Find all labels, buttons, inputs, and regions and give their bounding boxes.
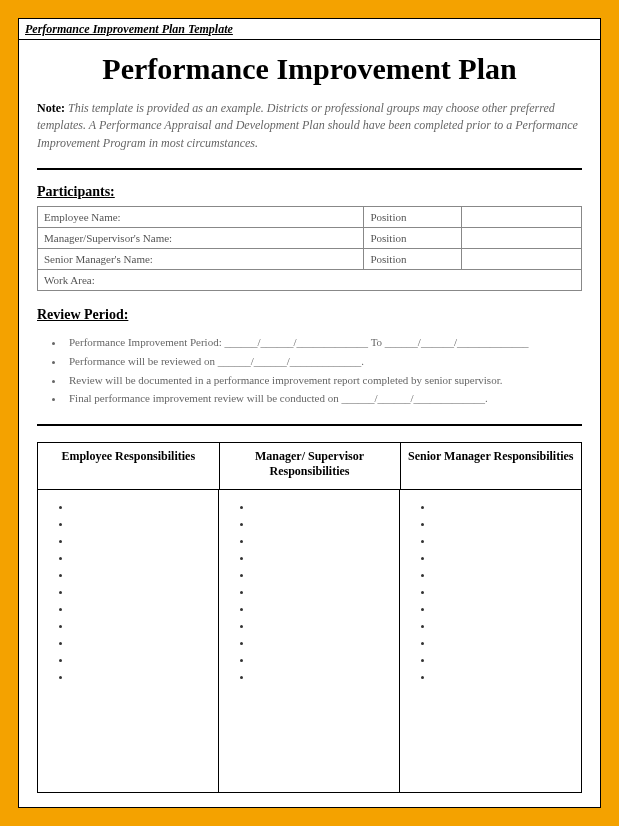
table-row: Senior Manager's Name: Position <box>38 249 582 270</box>
list-item: Performance Improvement Period: ______/_… <box>65 333 582 352</box>
bullet-list <box>62 498 212 685</box>
bullet <box>72 668 212 685</box>
bullet <box>434 515 575 532</box>
bullet <box>434 651 575 668</box>
bullet-list <box>243 498 393 685</box>
bullet <box>253 583 393 600</box>
manager-name-label: Manager/Supervisor's Name: <box>38 228 364 249</box>
document-page: Performance Improvement Plan Template Pe… <box>18 18 601 808</box>
bullet <box>72 566 212 583</box>
page-title: Performance Improvement Plan <box>37 52 582 86</box>
responsibilities-header: Employee Responsibilities Manager/ Super… <box>38 443 581 490</box>
bullet <box>253 566 393 583</box>
col-employee-resp: Employee Responsibilities <box>38 443 219 490</box>
note-block: Note: This template is provided as an ex… <box>37 100 582 152</box>
bullet <box>253 549 393 566</box>
divider <box>37 168 582 170</box>
bullet <box>253 515 393 532</box>
position-value-cell <box>462 228 582 249</box>
employee-name-label: Employee Name: <box>38 207 364 228</box>
bullet <box>72 583 212 600</box>
bullet <box>253 532 393 549</box>
manager-resp-column <box>219 490 400 792</box>
position-label: Position <box>364 249 462 270</box>
bullet <box>434 668 575 685</box>
bullet <box>434 498 575 515</box>
list-item: Performance will be reviewed on ______/_… <box>65 352 582 371</box>
bullet <box>72 617 212 634</box>
col-senior-resp: Senior Manager Responsibilities <box>400 443 581 490</box>
position-label: Position <box>364 207 462 228</box>
bullet <box>72 549 212 566</box>
table-row: Work Area: <box>38 270 582 291</box>
bullet <box>253 600 393 617</box>
list-item: Review will be documented in a performan… <box>65 371 582 390</box>
responsibilities-body <box>38 490 581 792</box>
bullet <box>72 651 212 668</box>
employee-resp-column <box>38 490 219 792</box>
list-item: Final performance improvement review wil… <box>65 389 582 408</box>
note-body: This template is provided as an example.… <box>37 101 578 150</box>
participants-heading: Participants: <box>37 184 582 200</box>
position-value-cell <box>462 207 582 228</box>
bullet <box>72 600 212 617</box>
position-value-cell <box>462 249 582 270</box>
bullet <box>253 634 393 651</box>
bullet <box>434 583 575 600</box>
note-label: Note: <box>37 101 65 115</box>
review-list: Performance Improvement Period: ______/_… <box>65 333 582 408</box>
bullet <box>72 515 212 532</box>
bullet <box>253 617 393 634</box>
bullet <box>253 498 393 515</box>
bullet <box>434 634 575 651</box>
bullet <box>72 634 212 651</box>
bullet-list <box>424 498 575 685</box>
bullet <box>434 600 575 617</box>
table-row: Employee Name: Position <box>38 207 582 228</box>
divider <box>37 424 582 426</box>
bullet <box>72 532 212 549</box>
review-period-heading: Review Period: <box>37 307 582 323</box>
bullet <box>434 617 575 634</box>
senior-manager-name-label: Senior Manager's Name: <box>38 249 364 270</box>
bullet <box>72 498 212 515</box>
table-row: Manager/Supervisor's Name: Position <box>38 228 582 249</box>
bullet <box>434 549 575 566</box>
bullet <box>253 668 393 685</box>
header-label: Performance Improvement Plan Template <box>19 19 600 40</box>
position-label: Position <box>364 228 462 249</box>
document-content: Performance Improvement Plan Note: This … <box>19 40 600 807</box>
work-area-label: Work Area: <box>38 270 582 291</box>
participants-table: Employee Name: Position Manager/Supervis… <box>37 206 582 291</box>
bullet <box>434 566 575 583</box>
senior-resp-column <box>400 490 581 792</box>
bullet <box>434 532 575 549</box>
col-manager-resp: Manager/ Supervisor Responsibilities <box>219 443 400 490</box>
responsibilities-table: Employee Responsibilities Manager/ Super… <box>37 442 582 793</box>
bullet <box>253 651 393 668</box>
